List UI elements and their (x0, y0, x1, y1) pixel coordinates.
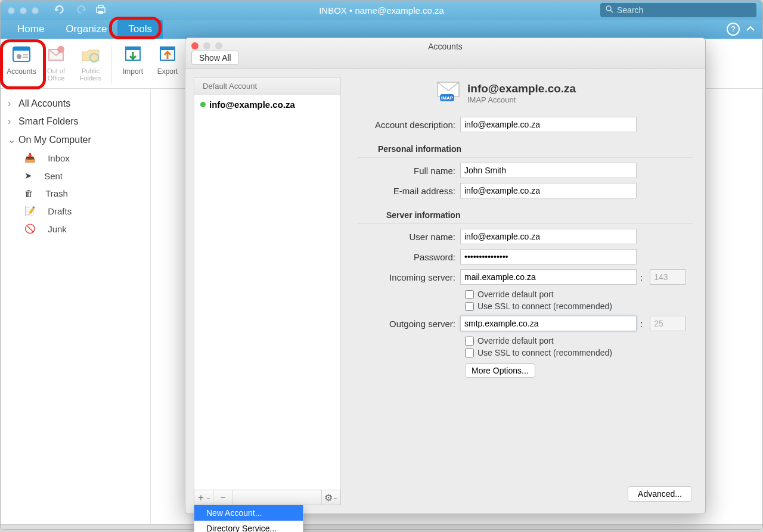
input-email[interactable] (460, 183, 637, 198)
add-account-menu: New Account... Directory Service... (194, 505, 303, 532)
minimize-dot[interactable] (20, 7, 27, 14)
input-username[interactable] (460, 229, 637, 244)
aw-close-dot[interactable] (191, 42, 198, 49)
account-list-item[interactable]: info@example.co.za (194, 95, 340, 114)
status-online-icon (200, 102, 206, 107)
add-account-button[interactable]: ＋⌄ (194, 490, 213, 505)
sidebar-sent[interactable]: ➤ Sent (1, 167, 150, 185)
help-icon[interactable]: ? (727, 23, 740, 36)
svg-text:IMAP: IMAP (441, 95, 454, 101)
drafts-icon: 📝 (24, 206, 36, 216)
account-settings-form: IMAP info@example.co.za IMAP Account Acc… (341, 69, 705, 514)
section-server-info: Server information (358, 203, 693, 223)
out-of-office-button[interactable]: Out of Office (39, 41, 73, 88)
window-title: INBOX • name@example.co.za (319, 5, 444, 15)
trash-icon: 🗑 (24, 188, 33, 198)
input-outgoing-server[interactable] (460, 316, 637, 331)
accounts-sidebar: Default Account info@example.co.za ＋⌄ － … (194, 77, 341, 505)
input-incoming-server[interactable] (460, 269, 637, 285)
zoom-dot[interactable] (32, 7, 39, 14)
svg-rect-16 (160, 47, 175, 50)
input-description[interactable] (460, 117, 637, 132)
status-bar (1, 524, 762, 529)
svg-rect-1 (98, 5, 103, 8)
input-full-name[interactable] (460, 163, 637, 178)
accounts-button[interactable]: Accounts (4, 41, 39, 88)
account-type-icon: IMAP (435, 80, 461, 106)
svg-rect-6 (13, 47, 30, 51)
advanced-button[interactable]: Advanced... (628, 486, 692, 502)
svg-point-7 (17, 54, 21, 59)
account-header-type: IMAP Account (467, 95, 576, 104)
accounts-titlebar: Accounts Show All (185, 38, 705, 69)
more-options-button[interactable]: More Options... (465, 363, 535, 378)
accounts-icon (11, 43, 32, 65)
sidebar-junk[interactable]: 🚫 Junk (1, 220, 150, 238)
sidebar-drafts[interactable]: 📝 Drafts (1, 202, 150, 220)
label-description: Account description: (358, 120, 460, 130)
import-button[interactable]: Import (116, 41, 150, 88)
remove-account-button[interactable]: － (213, 490, 232, 505)
account-settings-gear[interactable]: ⚙⌄ (321, 490, 340, 505)
label-username: User name: (358, 232, 460, 242)
sidebar-inbox[interactable]: 📥 Inbox (1, 149, 150, 167)
inbox-icon: 📥 (24, 153, 36, 163)
input-password[interactable] (460, 249, 637, 265)
label-outgoing: Outgoing server: (358, 319, 460, 329)
export-icon (157, 43, 178, 65)
public-folders-button[interactable]: Public Folders (73, 41, 108, 88)
tab-home[interactable]: Home (7, 20, 55, 39)
search-icon (605, 5, 613, 15)
accounts-label: Accounts (7, 67, 36, 76)
checkbox-outgoing-ssl[interactable] (465, 349, 474, 357)
aw-min-dot[interactable] (203, 42, 210, 49)
sidebar-trash[interactable]: 🗑 Trash (1, 185, 150, 202)
search-field-wrap[interactable] (600, 3, 756, 17)
export-button[interactable]: Export (150, 41, 185, 88)
input-outgoing-port (650, 316, 686, 331)
sidebar-smart-folders[interactable]: ›Smart Folders (1, 113, 150, 130)
menu-new-account[interactable]: New Account... (194, 505, 303, 521)
aw-zoom-dot[interactable] (215, 42, 222, 49)
checkbox-incoming-override[interactable] (465, 290, 474, 299)
print-icon[interactable] (95, 4, 107, 17)
tab-tools[interactable]: Tools (117, 20, 163, 39)
accounts-sidebar-toolbar: ＋⌄ － ⚙⌄ New Account... Directory Service… (194, 490, 341, 505)
svg-rect-8 (23, 54, 28, 55)
default-account-header: Default Account (194, 78, 340, 95)
account-header-email: info@example.co.za (467, 82, 576, 95)
label-full-name: Full name: (358, 166, 460, 176)
collapse-ribbon-icon[interactable] (746, 24, 755, 35)
sent-icon: ➤ (24, 170, 32, 181)
section-personal-info: Personal information (358, 137, 693, 157)
checkbox-incoming-ssl[interactable] (465, 302, 474, 311)
out-of-office-icon (45, 43, 67, 65)
sidebar-on-my-computer[interactable]: ⌄On My Computer (1, 130, 150, 149)
sidebar-all-accounts[interactable]: ›All Accounts (1, 95, 150, 113)
search-input[interactable] (617, 5, 752, 15)
svg-rect-14 (126, 47, 140, 50)
checkbox-outgoing-override[interactable] (465, 337, 474, 346)
input-incoming-port (650, 269, 686, 285)
folder-sidebar: ›All Accounts ›Smart Folders ⌄On My Comp… (1, 89, 151, 529)
public-folders-icon (80, 43, 101, 65)
accounts-window: Accounts Show All Default Account info@e… (185, 38, 706, 514)
import-icon (122, 43, 144, 65)
menu-directory-service[interactable]: Directory Service... (194, 521, 303, 532)
ribbon-tabs: Home Organize Tools ? (1, 20, 762, 39)
label-password: Password: (358, 252, 460, 262)
tab-organize[interactable]: Organize (55, 20, 117, 39)
svg-rect-9 (23, 57, 28, 58)
account-list-label: info@example.co.za (209, 99, 295, 110)
undo-icon[interactable] (54, 5, 66, 17)
label-email: E-mail address: (358, 186, 460, 196)
junk-icon: 🚫 (24, 223, 36, 234)
svg-point-11 (57, 46, 64, 53)
show-all-button[interactable]: Show All (191, 51, 239, 65)
window-titlebar: INBOX • name@example.co.za (1, 1, 762, 20)
redo-icon[interactable] (75, 5, 86, 17)
accounts-window-title: Accounts (428, 42, 463, 51)
svg-point-3 (606, 6, 611, 11)
close-dot[interactable] (8, 7, 15, 14)
label-incoming: Incoming server: (358, 272, 460, 282)
